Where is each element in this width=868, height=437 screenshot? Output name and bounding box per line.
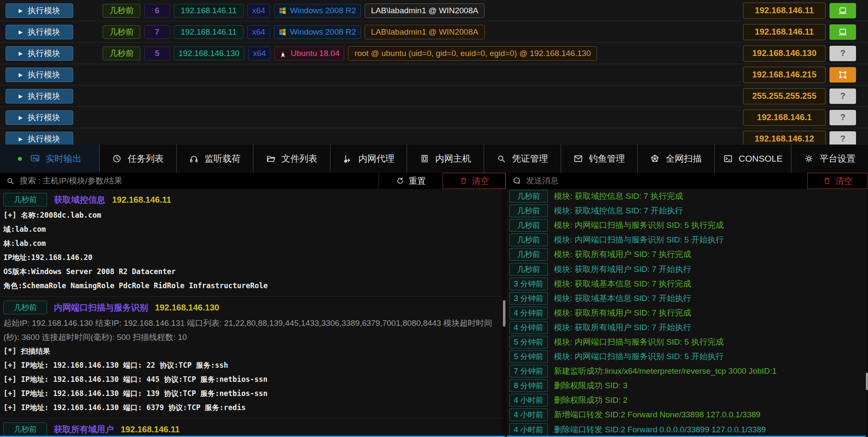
host-status-button[interactable] [829,3,856,18]
message-time-badge: 4 小时前 [509,423,548,436]
message-row: 4 小时前删除端口转发 SID:2 Forward 0.0.0.0/33899 … [507,422,868,437]
execute-module-button[interactable]: ▶执行模块 [6,110,73,125]
tab-label: 文件列表 [282,153,318,165]
clear-output-label: 清空 [472,175,489,187]
message-row: 4 分钟前模块: 获取所有域用户 SID: 7 执行完成 [507,306,868,320]
execute-module-button[interactable]: ▶执行模块 [6,3,73,18]
tab-钓鱼管理[interactable]: 钓鱼管理 [561,145,638,173]
log-target-ip: 192.168.146.11 [112,195,171,205]
message-panel-scrollbar[interactable] [866,189,868,437]
message-time-badge: 4 小时前 [509,394,548,407]
clear-messages-button[interactable]: 清空 [807,173,868,189]
host-ip-label: 255.255.255.255 [743,88,826,104]
execute-module-button[interactable]: ▶执行模块 [6,68,73,82]
message-time-badge: 几秒前 [509,204,548,217]
execute-module-button[interactable]: ▶执行模块 [6,132,73,145]
tab-label: 钓鱼管理 [589,153,625,165]
play-icon: ▶ [18,8,22,14]
log-entry-header: 几秒前获取所有域用户192.168.146.11 [0,421,502,437]
clock-icon [112,154,122,163]
tab-监听载荷[interactable]: 监听载荷 [176,145,253,173]
scrollbar-thumb[interactable] [866,373,868,390]
reset-button[interactable]: 重置 [378,173,443,189]
log-module-name: 内网端口扫描与服务识别 [54,302,148,313]
execute-module-button[interactable]: ▶执行模块 [6,89,73,103]
user-context-badge: root @ ubuntu (uid=0, gid=0, euid=0, egi… [348,46,597,61]
message-text: 模块: 获取域控信息 SID: 7 开始执行 [554,205,683,216]
session-row: ▶执行模块192.168.146.215 [0,64,868,86]
search-icon [6,177,15,185]
log-panel-scrollbar[interactable] [502,189,507,437]
realtime-chart-icon [30,154,40,163]
log-output-line: [+] IP地址: 192.168.146.130 端口: 22 协议:TCP … [0,358,502,372]
execute-module-button[interactable]: ▶执行模块 [6,46,73,61]
host-status-button[interactable]: ? [829,110,856,125]
tab-任务列表[interactable]: 任务列表 [99,145,176,173]
message-time-badge: 4 小时前 [509,408,548,421]
magnifier-icon [496,154,506,163]
execute-module-button[interactable]: ▶执行模块 [6,25,73,39]
search-input[interactable] [19,176,378,186]
session-row: ▶执行模块几秒前7192.168.146.11x64Windows 2008 R… [0,21,868,43]
arch-badge: x64 [247,4,270,18]
tab-内网主机[interactable]: 内网主机 [407,145,484,173]
session-row: ▶执行模块192.168.146.1? [0,107,868,128]
tab-全网扫描[interactable]: 全网扫描 [637,145,714,173]
host-status-button[interactable] [829,24,856,40]
play-icon: ▶ [18,50,22,56]
log-output-line: IP地址:192.168.146.20 [0,251,502,265]
clear-output-button[interactable]: 清空 [443,173,505,189]
reset-icon [396,177,404,185]
log-module-params: 起始IP: 192.168.146.130 结束IP: 192.168.146.… [0,316,502,344]
tab-label: 任务列表 [128,153,163,165]
message-time-badge: 几秒前 [509,190,548,203]
log-entry-header: 几秒前获取域控信息192.168.146.11 [0,191,502,208]
host-status-button[interactable]: ? [829,46,856,61]
main-tab-bar: 实时输出任务列表监听载荷文件列表内网代理内网主机凭证管理钓鱼管理全网扫描CONS… [0,145,868,173]
host-status-button[interactable]: ? [829,89,856,104]
message-time-badge: 5 分钟前 [509,350,548,363]
host-ip-label: 192.168.146.215 [743,67,826,83]
session-row: ▶执行模块255.255.255.255? [0,86,868,107]
realtime-output-panel: 几秒前获取域控信息192.168.146.11[+] 名称:2008dc.lab… [0,189,502,437]
headphones-icon [189,154,199,163]
message-text: 新增端口转发 SID:2 Forward None/33898 127.0.0.… [554,409,761,420]
message-text: 模块: 获取所有域用户 SID: 7 执行完成 [554,249,691,260]
execute-module-label: 执行模块 [28,48,60,59]
search-box[interactable] [0,173,378,189]
message-time-badge: 3 分钟前 [509,292,548,305]
tab-凭证管理[interactable]: 凭证管理 [484,145,561,173]
message-text: 删除权限成功 SID: 3 [554,380,627,391]
message-row: 几秒前模块: 内网端口扫描与服务识别 SID: 5 执行完成 [507,218,868,233]
tux-icon [279,50,287,57]
tab-文件列表[interactable]: 文件列表 [253,145,330,173]
message-time-badge: 4 分钟前 [509,321,548,334]
tab-CONSOLE[interactable]: CONSOLE [714,145,791,173]
message-time-badge: 3 分钟前 [509,278,548,290]
message-time-badge: 8 分钟前 [509,379,548,392]
host-status-button[interactable] [829,67,856,83]
last-seen-badge: 几秒前 [103,47,140,60]
host-status-button[interactable]: ? [829,131,856,145]
console-icon [723,154,733,163]
tab-实时输出[interactable]: 实时输出 [0,145,99,173]
send-message-box[interactable] [505,173,807,189]
tab-内网代理[interactable]: 内网代理 [330,145,407,173]
tab-label: 监听载荷 [205,153,241,165]
scrollbar-thumb[interactable] [503,300,505,327]
message-time-badge: 几秒前 [509,219,548,232]
message-text: 模块: 内网端口扫描与服务识别 SID: 5 开始执行 [554,351,724,362]
tab-平台设置[interactable]: 平台设置 [791,145,868,173]
play-icon: ▶ [18,136,22,142]
tab-label: 内网代理 [358,153,394,165]
send-message-input[interactable] [525,176,807,186]
message-row: 4 小时前删除权限成功 SID: 2 [507,393,868,407]
session-id-badge: 5 [144,47,170,60]
session-row: ▶执行模块192.168.146.12? [0,128,868,145]
message-text: 删除端口转发 SID:2 Forward 0.0.0.0/33899 127.0… [554,424,766,435]
message-row: 3 分钟前模块: 获取域基本信息 SID: 7 开始执行 [507,291,868,306]
message-text: 新建监听成功:linux/x64/meterpreter/reverse_tcp… [554,366,777,377]
log-output-line: [+] IP地址: 192.168.146.130 端口: 6379 协议:TC… [0,401,502,415]
log-module-name: 获取所有域用户 [54,424,114,435]
message-text: 模块: 获取域控信息 SID: 7 执行完成 [554,191,683,202]
